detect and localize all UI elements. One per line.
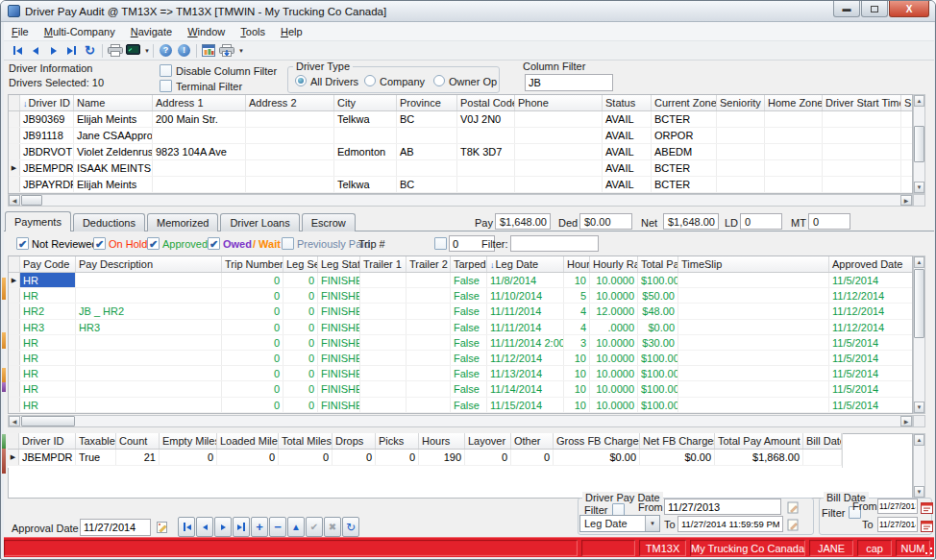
table-cell[interactable]: [76, 366, 222, 380]
table-cell[interactable]: False: [451, 304, 487, 318]
table-cell[interactable]: [457, 128, 515, 143]
menu-tools[interactable]: Tools: [233, 24, 273, 39]
table-cell[interactable]: 4: [564, 304, 590, 318]
table-cell[interactable]: [76, 288, 222, 303]
resize-grip[interactable]: [922, 544, 933, 555]
column-header[interactable]: Tarped: [451, 256, 487, 272]
table-cell[interactable]: [397, 128, 457, 143]
tab-deductions[interactable]: Deductions: [73, 213, 145, 231]
table-cell[interactable]: BC: [397, 177, 457, 192]
column-header[interactable]: Drops: [333, 433, 376, 449]
table-cell[interactable]: [678, 398, 829, 412]
table-cell[interactable]: 0: [222, 366, 283, 380]
table-cell[interactable]: 0: [283, 351, 318, 365]
column-header[interactable]: Loaded Miles: [217, 433, 279, 449]
table-cell[interactable]: BC: [397, 111, 457, 127]
table-cell[interactable]: [765, 111, 823, 127]
bill-from-input[interactable]: [877, 499, 918, 514]
table-cell[interactable]: [360, 304, 406, 318]
table-cell[interactable]: JBDRVOT: [20, 144, 74, 159]
column-header[interactable]: Name: [74, 95, 153, 110]
column-header[interactable]: Leg State: [318, 256, 360, 272]
table-cell[interactable]: FINISHED: [318, 381, 360, 396]
report-icon[interactable]: [200, 42, 218, 60]
table-cell[interactable]: 0: [376, 450, 419, 465]
table-cell[interactable]: BCTER: [652, 177, 717, 192]
scroll-thumb[interactable]: [21, 416, 75, 426]
table-cell[interactable]: False: [451, 320, 487, 334]
table-cell[interactable]: 11/14/2014: [487, 381, 564, 396]
nav-next-button[interactable]: [214, 517, 232, 537]
table-cell[interactable]: [823, 177, 901, 192]
table-cell[interactable]: BCTER: [652, 111, 717, 127]
table-row[interactable]: HR00FINISHEDFalse11/11/2014 2:00:00 PM31…: [9, 335, 912, 351]
table-cell[interactable]: [76, 381, 222, 396]
restore-button[interactable]: [861, 1, 888, 17]
table-cell[interactable]: False: [451, 398, 487, 412]
table-cell[interactable]: JBEMPDR: [19, 450, 76, 465]
driver-pay-from-input[interactable]: [664, 499, 781, 515]
table-cell[interactable]: [397, 160, 457, 176]
table-cell[interactable]: 0: [222, 335, 283, 350]
table-cell[interactable]: $1,868.00: [715, 450, 803, 465]
table-cell[interactable]: [76, 335, 222, 350]
column-header[interactable]: Trailer 2: [406, 256, 451, 272]
table-row[interactable]: HR00FINISHEDFalse11/15/20141010.0000$100…: [9, 398, 912, 413]
table-cell[interactable]: V0J 2N0: [457, 111, 515, 127]
column-header[interactable]: ↓Leg Date: [487, 256, 564, 272]
table-cell[interactable]: 9823 104A Ave: [153, 144, 246, 159]
table-cell[interactable]: 11/13/2014: [487, 366, 564, 380]
print-dropdown-icon[interactable]: ▼: [238, 48, 244, 54]
table-cell[interactable]: FINISHED: [318, 398, 360, 412]
table-cell[interactable]: Elijah Meints: [74, 111, 153, 127]
table-cell[interactable]: 11/5/2014: [829, 366, 913, 380]
table-cell[interactable]: 10: [564, 398, 590, 412]
table-cell[interactable]: $100.00: [638, 351, 678, 365]
nav-prior-button[interactable]: [196, 517, 213, 537]
table-cell[interactable]: False: [451, 288, 487, 303]
table-row[interactable]: HR00FINISHEDFalse11/10/2014510.0000$50.0…: [9, 288, 912, 304]
column-header[interactable]: Status: [603, 95, 652, 110]
table-cell[interactable]: 0: [222, 351, 283, 365]
table-cell[interactable]: [360, 381, 406, 396]
approved-checkbox[interactable]: ✔: [147, 237, 160, 250]
column-header[interactable]: Hours: [564, 256, 590, 272]
table-cell[interactable]: 10: [564, 366, 590, 380]
tab-escrow[interactable]: Escrow: [302, 213, 356, 231]
column-header[interactable]: Leg Seq: [283, 256, 318, 272]
table-cell[interactable]: 0: [283, 288, 318, 303]
company-radio[interactable]: [364, 75, 376, 86]
table-cell[interactable]: 11/12/2014: [829, 304, 913, 318]
terminal-filter-checkbox[interactable]: [160, 80, 172, 92]
previously-paid-checkbox[interactable]: [282, 237, 294, 250]
menu-navigate[interactable]: Navigate: [123, 24, 180, 39]
table-cell[interactable]: 11/11/2014 2:00:00 PM: [487, 335, 564, 350]
column-header[interactable]: Driver Start Time: [823, 95, 901, 110]
table-cell[interactable]: [334, 160, 397, 176]
table-cell[interactable]: [678, 366, 829, 380]
table-cell[interactable]: 0: [283, 398, 318, 412]
table-cell[interactable]: 11/5/2014: [829, 398, 913, 412]
table-cell[interactable]: 11/12/2014: [487, 351, 564, 365]
table-cell[interactable]: [76, 351, 222, 365]
table-cell[interactable]: [678, 381, 829, 396]
table-cell[interactable]: 0: [222, 288, 283, 303]
table-cell[interactable]: $0.00: [640, 450, 715, 465]
table-cell[interactable]: 11/5/2014: [829, 335, 913, 350]
nav-refresh-button[interactable]: ↻: [342, 517, 359, 537]
table-cell[interactable]: 10: [564, 351, 590, 365]
table-cell[interactable]: [678, 320, 829, 334]
table-cell[interactable]: 3: [564, 335, 590, 350]
table-cell[interactable]: 0: [333, 450, 376, 465]
driver-pay-to-picker-icon[interactable]: [785, 517, 801, 532]
scroll-thumb[interactable]: [21, 195, 42, 206]
table-cell[interactable]: [457, 160, 515, 176]
table-cell[interactable]: $0.00: [554, 450, 640, 465]
help-icon[interactable]: ?: [157, 42, 175, 60]
approval-date-input[interactable]: [80, 519, 151, 536]
menu-help[interactable]: Help: [273, 24, 310, 39]
column-header[interactable]: Home Zone: [765, 95, 823, 110]
column-header[interactable]: Total Pay: [638, 256, 678, 272]
table-cell[interactable]: [515, 128, 603, 143]
table-cell[interactable]: [823, 144, 901, 159]
